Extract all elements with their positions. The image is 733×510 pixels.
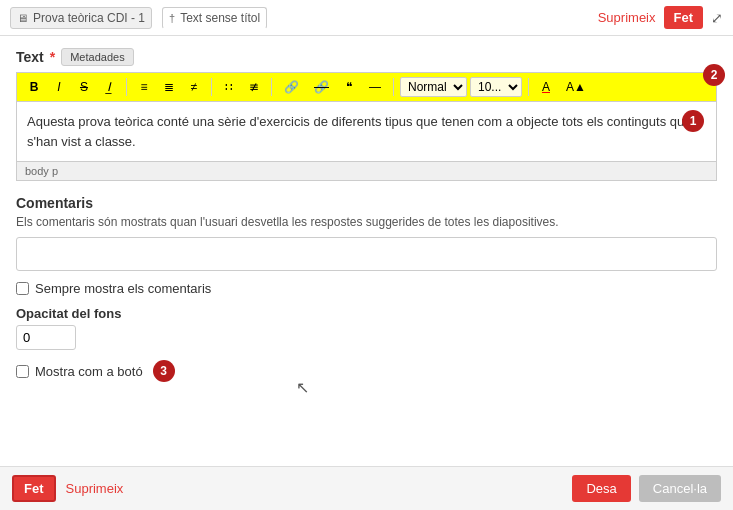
badge-2: 2 — [703, 64, 725, 86]
bottom-suprimeix-button[interactable]: Suprimeix — [66, 481, 124, 496]
sempre-checkbox[interactable] — [16, 282, 29, 295]
size-select[interactable]: 10... — [470, 77, 522, 97]
font-highlight-button[interactable]: A▲ — [560, 77, 592, 97]
bottom-fet-button[interactable]: Fet — [12, 475, 56, 502]
toolbar-sep1 — [126, 78, 127, 96]
comments-input[interactable] — [16, 237, 717, 271]
top-suprimeix-button[interactable]: Suprimeix — [598, 10, 656, 25]
editor-area[interactable]: Aquesta prova teòrica conté una sèrie d'… — [16, 102, 717, 162]
cancella-button[interactable]: Cancel·la — [639, 475, 721, 502]
editor-toolbar: B I S I̲ ≡ ≣ ≠ ∷ ≢ 🔗 🔗 ❝ ― Normal 10... … — [16, 72, 717, 102]
cursor-arrow-icon: ↖ — [296, 378, 309, 397]
top-fet-button[interactable]: Fet — [664, 6, 704, 29]
italic-button[interactable]: I — [48, 77, 70, 97]
mostra-checkbox-row: Mostra com a botó 3 ↖ — [16, 360, 717, 382]
toolbar-sep3 — [271, 78, 272, 96]
bold-button[interactable]: B — [23, 77, 45, 97]
editor-wrapper: B I S I̲ ≡ ≣ ≠ ∷ ≢ 🔗 🔗 ❝ ― Normal 10... … — [16, 72, 717, 181]
align-left-button[interactable]: ≡ — [133, 77, 155, 97]
required-star: * — [50, 49, 55, 65]
label-text: Text — [16, 49, 44, 65]
list-ol-button[interactable]: ≢ — [243, 77, 265, 97]
top-bar-actions: Suprimeix Fet ⤢ — [598, 6, 723, 29]
blockquote-button[interactable]: ❝ — [338, 77, 360, 97]
mostra-label: Mostra com a botó — [35, 364, 143, 379]
opacity-input[interactable] — [16, 325, 76, 350]
editor-status: body p — [16, 162, 717, 181]
toolbar-sep2 — [211, 78, 212, 96]
toolbar-sep4 — [393, 78, 394, 96]
editor-content[interactable]: Aquesta prova teòrica conté una sèrie d'… — [27, 114, 691, 149]
sempre-checkbox-row: Sempre mostra els comentaris — [16, 281, 717, 296]
hr-button[interactable]: ― — [363, 77, 387, 97]
comments-desc: Els comentaris són mostrats quan l'usuar… — [16, 215, 717, 229]
bottom-left-actions: Fet Suprimeix — [12, 475, 123, 502]
badge-3: 3 — [153, 360, 175, 382]
tab-text-sense-titol[interactable]: † Text sense títol — [162, 7, 267, 29]
bottom-bar: Fet Suprimeix Desa Cancel·la — [0, 466, 733, 510]
bottom-right-actions: Desa Cancel·la — [572, 475, 721, 502]
underline-button[interactable]: I̲ — [98, 77, 120, 97]
toolbar-sep5 — [528, 78, 529, 96]
text-tab-icon: † — [169, 12, 175, 24]
comments-title: Comentaris — [16, 195, 717, 211]
link-button[interactable]: 🔗 — [278, 77, 305, 97]
mostra-checkbox[interactable] — [16, 365, 29, 378]
opacity-label: Opacitat del fons — [16, 306, 717, 321]
tabs: 🖥 Prova teòrica CDI - 1 † Text sense tít… — [10, 7, 267, 29]
tab1-label: Prova teòrica CDI - 1 — [33, 11, 145, 25]
style-select[interactable]: Normal — [400, 77, 467, 97]
font-color-button[interactable]: A — [535, 77, 557, 97]
align-right-button[interactable]: ≠ — [183, 77, 205, 97]
monitor-icon: 🖥 — [17, 12, 28, 24]
tab2-label: Text sense títol — [180, 11, 260, 25]
tab-prova-teorica[interactable]: 🖥 Prova teòrica CDI - 1 — [10, 7, 152, 29]
align-center-button[interactable]: ≣ — [158, 77, 180, 97]
text-field-label: Text * Metadades — [16, 48, 717, 66]
unlink-button[interactable]: 🔗 — [308, 77, 335, 97]
badge-1: 1 — [682, 110, 704, 132]
main-content: Text * Metadades B I S I̲ ≡ ≣ ≠ ∷ ≢ 🔗 🔗 … — [0, 36, 733, 466]
list-ul-button[interactable]: ∷ — [218, 77, 240, 97]
expand-button[interactable]: ⤢ — [711, 10, 723, 26]
metadades-button[interactable]: Metadades — [61, 48, 133, 66]
top-bar: 🖥 Prova teòrica CDI - 1 † Text sense tít… — [0, 0, 733, 36]
sempre-label: Sempre mostra els comentaris — [35, 281, 211, 296]
desa-button[interactable]: Desa — [572, 475, 630, 502]
strikethrough-button[interactable]: S — [73, 77, 95, 97]
